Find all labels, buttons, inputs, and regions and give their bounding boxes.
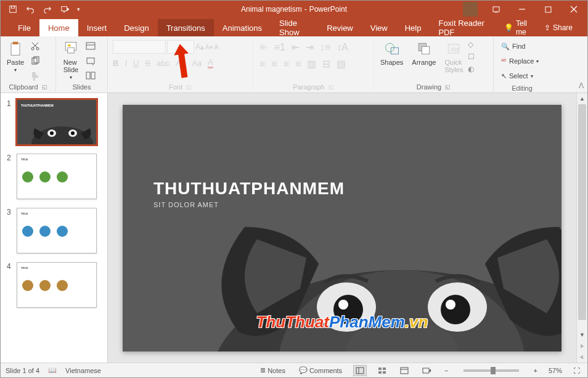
- fit-to-window-icon[interactable]: ⛶: [571, 367, 582, 374]
- lightbulb-icon: 💡: [504, 23, 513, 32]
- maximize-icon[interactable]: [536, 1, 560, 18]
- svg-rect-9: [13, 42, 18, 44]
- thumbnail-4[interactable]: 4 TITLE: [1, 262, 107, 308]
- sorter-view-icon[interactable]: [375, 365, 389, 376]
- next-slide-icon[interactable]: ⪡: [577, 351, 587, 363]
- shadow-icon: abc: [157, 59, 169, 68]
- tab-slide-show[interactable]: Slide Show: [271, 19, 318, 36]
- text-direction-icon: ↕A: [337, 42, 348, 53]
- quick-access-toolbar: ▾: [1, 2, 82, 17]
- tab-foxit[interactable]: Foxit Reader PDF: [430, 19, 496, 36]
- reading-view-icon[interactable]: [398, 365, 411, 376]
- ribbon-tabs: File Home Insert Design Transitions Anim…: [1, 18, 587, 36]
- section-icon[interactable]: [84, 70, 97, 82]
- svg-rect-17: [86, 43, 95, 49]
- select-button[interactable]: ↖Select ▾: [500, 70, 534, 82]
- normal-view-icon[interactable]: [353, 365, 367, 376]
- scroll-down-icon[interactable]: ▼: [577, 329, 587, 340]
- font-color-icon: A: [208, 57, 213, 68]
- slide-thumbnails-panel: 1 THUTHUATPHANMEM 2 TITLE 3 TITLE 4 TITL…: [1, 93, 108, 363]
- undo-icon[interactable]: [23, 2, 38, 17]
- shape-fill-icon: ◇: [468, 40, 475, 49]
- clipboard-dialog-launcher[interactable]: ◱: [42, 84, 47, 90]
- svg-rect-15: [68, 47, 75, 53]
- slide-title-text: THUTHUATPHANMEM: [153, 179, 345, 199]
- vertical-scrollbar[interactable]: ▲ ▼ ⪢ ⪡: [576, 93, 587, 363]
- qat-customize-icon[interactable]: ▾: [75, 2, 82, 17]
- ribbon: Paste▾ Clipboard◱ New Slide▾ Slides: [1, 36, 587, 93]
- svg-rect-23: [391, 47, 398, 54]
- align-text-icon: ⊟: [322, 58, 330, 70]
- font-dialog-launcher: ◱: [186, 84, 192, 90]
- svg-rect-47: [383, 368, 386, 370]
- reset-icon[interactable]: [84, 55, 97, 67]
- tab-insert[interactable]: Insert: [78, 19, 116, 36]
- shapes-button[interactable]: Shapes: [377, 39, 407, 67]
- tab-home[interactable]: Home: [39, 19, 78, 36]
- zoom-level[interactable]: 57%: [549, 367, 562, 374]
- svg-point-16: [68, 44, 71, 47]
- thumbnail-3[interactable]: 3 TITLE: [1, 208, 107, 253]
- user-avatar[interactable]: [463, 2, 478, 17]
- svg-rect-8: [11, 43, 20, 55]
- ribbon-options-icon[interactable]: [484, 1, 508, 18]
- indent-left-icon: ⇤: [292, 41, 300, 53]
- slide-editor[interactable]: THUTHUATPHANMEM SIT DOLOR AMET ThuThuatP…: [108, 93, 576, 363]
- columns-icon: ▥: [307, 58, 316, 70]
- tab-help[interactable]: Help: [396, 19, 430, 36]
- bullets-icon: ≡·: [259, 42, 268, 53]
- thumbnail-1[interactable]: 1 THUTHUATPHANMEM: [1, 99, 107, 145]
- tab-review[interactable]: Review: [318, 19, 362, 36]
- align-center-icon: ≡: [271, 59, 277, 70]
- layout-icon[interactable]: [84, 40, 97, 52]
- scroll-up-icon[interactable]: ▲: [577, 93, 587, 104]
- start-from-beginning-icon[interactable]: [57, 2, 72, 17]
- svg-rect-5: [545, 7, 551, 12]
- thumbnail-2[interactable]: 2 TITLE: [1, 154, 107, 199]
- decrease-font-icon: A▾: [205, 44, 213, 51]
- workspace: 1 THUTHUATPHANMEM 2 TITLE 3 TITLE 4 TITL…: [1, 93, 587, 363]
- save-icon[interactable]: [6, 2, 20, 17]
- close-icon[interactable]: [561, 1, 586, 18]
- title-bar: ▾ Animal magnetism - PowerPoint: [1, 1, 587, 18]
- tab-view[interactable]: View: [362, 19, 396, 36]
- zoom-out-icon[interactable]: −: [442, 367, 451, 374]
- svg-rect-44: [356, 368, 364, 374]
- group-drawing: Shapes Arrange Abc Quick Styles ◇ ☐ ◐ Dr…: [374, 36, 494, 93]
- tell-me-button[interactable]: 💡Tell me: [496, 19, 536, 36]
- redo-icon[interactable]: [40, 2, 55, 17]
- copy-icon[interactable]: [29, 55, 41, 67]
- find-button[interactable]: 🔍Find: [500, 40, 526, 52]
- spellcheck-icon[interactable]: 📖: [48, 366, 57, 374]
- scroll-thumb[interactable]: [578, 104, 586, 320]
- tab-transitions[interactable]: Transitions: [158, 19, 214, 36]
- cut-icon[interactable]: [29, 40, 41, 52]
- slide-subtitle-text: SIT DOLOR AMET: [153, 201, 219, 208]
- minimize-icon[interactable]: [510, 1, 534, 18]
- drawing-dialog-launcher[interactable]: ◱: [445, 84, 451, 90]
- zoom-in-icon[interactable]: +: [531, 367, 540, 374]
- paste-button[interactable]: Paste▾: [3, 39, 28, 74]
- new-slide-button[interactable]: New Slide▾: [59, 39, 83, 81]
- tab-animations[interactable]: Animations: [214, 19, 271, 36]
- svg-rect-48: [378, 371, 382, 374]
- slide-counter[interactable]: Slide 1 of 4: [6, 367, 39, 374]
- language-status[interactable]: Vietnamese: [65, 367, 101, 374]
- align-left-icon: ≡: [259, 59, 265, 70]
- svg-point-40: [446, 300, 455, 310]
- svg-rect-21: [91, 72, 95, 79]
- quick-styles-button: Abc Quick Styles: [441, 39, 467, 75]
- collapse-ribbon-icon[interactable]: ᐱ: [579, 81, 584, 90]
- notes-button[interactable]: ≣Notes: [258, 366, 288, 374]
- replace-button[interactable]: ᵃᵇReplace ▾: [500, 55, 540, 67]
- slideshow-view-icon[interactable]: [420, 365, 433, 376]
- prev-slide-icon[interactable]: ⪢: [577, 340, 587, 351]
- tab-design[interactable]: Design: [115, 19, 157, 36]
- italic-icon: I: [125, 59, 127, 68]
- share-button[interactable]: ⇪Share: [536, 19, 581, 36]
- comments-button[interactable]: 💬Comments: [296, 366, 345, 374]
- tab-file[interactable]: File: [9, 19, 39, 36]
- group-editing: 🔍Find ᵃᵇReplace ▾ ↖Select ▾ Editing: [494, 36, 550, 93]
- zoom-slider[interactable]: [463, 369, 519, 372]
- arrange-button[interactable]: Arrange: [408, 39, 439, 67]
